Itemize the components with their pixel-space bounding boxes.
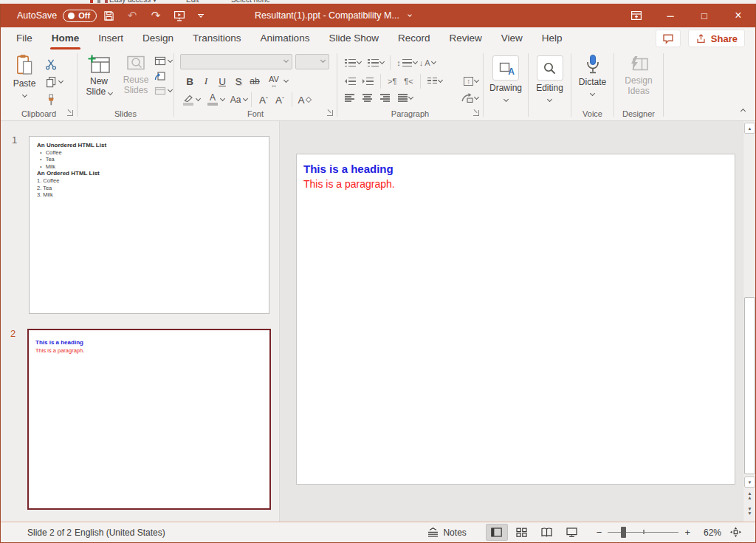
reset-slide-button[interactable]: [154, 71, 172, 81]
slide-layout-button[interactable]: [154, 56, 172, 66]
tab-view[interactable]: View: [492, 27, 532, 49]
scrollbar-thumb[interactable]: [744, 297, 755, 474]
reading-view-button[interactable]: [536, 524, 558, 541]
previous-slide-button[interactable]: ▲ ▲: [744, 491, 755, 499]
tab-home[interactable]: Home: [42, 27, 89, 49]
slide-editor[interactable]: This is a heading This is a paragraph.: [296, 154, 735, 485]
clipboard-dialog-launcher[interactable]: [67, 110, 73, 116]
redo-button[interactable]: ↷: [144, 4, 168, 27]
zoom-in-button[interactable]: +: [684, 527, 690, 538]
maximize-button[interactable]: □: [687, 4, 721, 27]
decrease-font-size-button[interactable]: Aˇ: [272, 92, 288, 108]
increase-indent-button[interactable]: [362, 78, 374, 85]
drawing-button[interactable]: A Drawing: [484, 55, 528, 103]
right-to-left-button[interactable]: ¶<: [404, 77, 413, 86]
section-button[interactable]: [154, 86, 172, 95]
strikethrough-button[interactable]: ab: [247, 73, 263, 89]
next-slide-button[interactable]: ▼ ▼: [744, 507, 755, 515]
normal-view-icon: [490, 527, 503, 538]
normal-view-button[interactable]: [486, 524, 508, 541]
tab-transitions[interactable]: Transitions: [183, 27, 251, 49]
slide-paragraph[interactable]: This is a paragraph.: [303, 178, 735, 190]
cut-button[interactable]: [45, 58, 63, 70]
notes-button[interactable]: Notes: [427, 527, 466, 538]
chevron-down-icon: [58, 78, 63, 83]
align-right-button[interactable]: [380, 94, 390, 102]
justify-button[interactable]: [398, 94, 413, 102]
clear-formatting-button[interactable]: A: [296, 92, 312, 108]
ribbon-display-icon: [630, 10, 642, 21]
italic-button[interactable]: I: [198, 73, 214, 89]
collapse-ribbon-button[interactable]: [740, 109, 746, 114]
group-designer: Design Ideas Designer: [614, 49, 663, 120]
vertical-scrollbar[interactable]: ▲ ▼ ▲ ▲ ▼ ▼: [743, 121, 755, 522]
design-ideas-button[interactable]: Design Ideas: [614, 55, 663, 96]
convert-to-smartart-button[interactable]: [461, 93, 478, 103]
text-direction-button[interactable]: ↓ A: [419, 58, 436, 67]
align-text-button[interactable]: ↕: [464, 77, 478, 86]
share-button[interactable]: Share: [688, 30, 745, 47]
font-dialog-launcher[interactable]: [327, 110, 333, 116]
slide-sorter-view-button[interactable]: [511, 524, 533, 541]
align-center-button[interactable]: [362, 94, 372, 102]
fit-to-window-button[interactable]: [724, 524, 746, 541]
zoom-level[interactable]: 62%: [695, 527, 721, 538]
save-button[interactable]: [97, 4, 120, 27]
tab-design[interactable]: Design: [133, 27, 183, 49]
decrease-indent-button[interactable]: [345, 78, 356, 85]
tab-animations[interactable]: Animations: [251, 27, 320, 49]
columns-button[interactable]: [427, 78, 442, 85]
start-slideshow-button[interactable]: [168, 4, 191, 27]
zoom-out-button[interactable]: −: [597, 527, 602, 538]
format-painter-button[interactable]: [45, 94, 63, 106]
increase-font-size-button[interactable]: Aˆ: [255, 92, 272, 108]
tab-review[interactable]: Review: [439, 27, 491, 49]
text-shadow-button[interactable]: S: [230, 73, 247, 89]
zoom-slider[interactable]: [608, 532, 678, 533]
scroll-down-button[interactable]: ▼: [744, 477, 755, 488]
slide-1-thumbnail[interactable]: An Unordered HTML List •Coffee •Tea •Mil…: [29, 136, 269, 314]
undo-button[interactable]: ↶: [120, 4, 144, 27]
tab-record[interactable]: Record: [388, 27, 440, 49]
paste-button[interactable]: Paste: [10, 54, 39, 99]
tab-help[interactable]: Help: [532, 27, 572, 49]
text-highlight-button[interactable]: [180, 92, 196, 108]
zoom-slider-handle[interactable]: [621, 527, 626, 538]
ribbon-display-options-button[interactable]: [619, 4, 653, 27]
reuse-slides-button[interactable]: Reuse Slides: [119, 54, 153, 95]
numbering-button[interactable]: [368, 59, 384, 66]
tab-insert[interactable]: Insert: [89, 27, 133, 49]
background-icon: [90, 0, 93, 3]
autosave-toggle[interactable]: Off: [63, 10, 97, 22]
character-spacing-button[interactable]: AV ↔: [266, 73, 282, 89]
underline-button[interactable]: U: [214, 73, 230, 89]
font-size-combo[interactable]: [295, 54, 329, 69]
font-color-button[interactable]: A: [205, 92, 221, 108]
new-slide-button[interactable]: New Slide: [80, 54, 117, 97]
minimize-button[interactable]: ─: [653, 4, 687, 27]
tab-slide-show[interactable]: Slide Show: [319, 27, 388, 49]
slide-heading[interactable]: This is a heading: [303, 163, 735, 175]
bold-button[interactable]: B: [182, 73, 198, 89]
tab-file[interactable]: File: [7, 27, 42, 49]
language-indicator[interactable]: English (United States): [75, 527, 165, 538]
slide-2-thumbnail-selected[interactable]: This is a heading This is a paragraph.: [27, 329, 271, 510]
editing-button[interactable]: Editing: [529, 55, 571, 103]
line-spacing-button[interactable]: ↕: [396, 58, 417, 67]
title-dropdown-icon[interactable]: [408, 13, 412, 17]
slideshow-view-button[interactable]: [561, 524, 583, 541]
bullets-button[interactable]: [345, 59, 361, 66]
copy-button[interactable]: [45, 76, 63, 88]
font-name-combo[interactable]: [180, 54, 292, 69]
eraser-icon: [305, 97, 311, 103]
change-case-button[interactable]: Aa: [227, 92, 244, 108]
close-button[interactable]: ×: [721, 4, 755, 27]
dictate-button[interactable]: Dictate: [571, 54, 614, 98]
comments-button[interactable]: [656, 30, 681, 47]
customize-qat-button[interactable]: [191, 4, 210, 27]
align-left-button[interactable]: [345, 94, 354, 102]
left-to-right-button[interactable]: >¶: [388, 77, 396, 86]
paragraph-dialog-launcher[interactable]: [473, 110, 479, 116]
scroll-up-button[interactable]: ▲: [744, 123, 755, 134]
slide-indicator[interactable]: Slide 2 of 2: [27, 527, 72, 538]
